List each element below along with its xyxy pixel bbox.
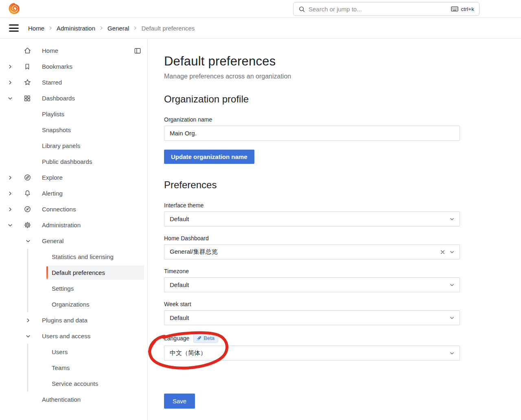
sidebar-item-general[interactable]: General [0, 233, 147, 249]
sidebar-item-bookmarks[interactable]: Bookmarks [0, 59, 147, 74]
rocket-icon [196, 336, 201, 341]
chevron-down-icon[interactable] [449, 350, 455, 356]
beta-badge: Beta [193, 334, 218, 343]
home-dashboard-select[interactable]: General/集群总览 [164, 244, 460, 259]
shortcut-label: ctrl+k [461, 6, 474, 12]
sidebar-item-label: Starred [42, 79, 62, 86]
sidebar-item-label: Connections [42, 206, 76, 213]
sidebar-item-default-preferences[interactable]: Default preferences [0, 265, 147, 281]
select-value: Default [170, 215, 189, 222]
sidebar-item-label: Home [42, 47, 58, 54]
sidebar-item-label: Organizations [52, 301, 90, 308]
menu-toggle-icon[interactable] [9, 24, 19, 32]
chevron-right-icon[interactable] [7, 175, 13, 181]
sidebar-item-label: Plugins and data [42, 317, 88, 324]
sidebar-item-label: Statistics and licensing [52, 253, 114, 260]
field-label-interface-theme: Interface theme [164, 202, 204, 209]
chevron-down-icon[interactable] [449, 282, 455, 288]
chevron-down-icon[interactable] [25, 238, 31, 244]
chevron-down-icon[interactable] [449, 315, 455, 321]
chevron-down-icon[interactable] [25, 333, 31, 339]
week-start-select[interactable]: Default [164, 310, 460, 325]
sidebar-item-users[interactable]: Users [0, 344, 147, 360]
select-value: 中文（简体） [170, 349, 206, 357]
home-icon [24, 47, 31, 54]
interface-theme-select[interactable]: Default [164, 211, 460, 226]
sidebar-item-alerting[interactable]: Alerting [0, 185, 147, 201]
sidebar-item-connections[interactable]: Connections [0, 201, 147, 217]
sidebar-item-label: Users and access [42, 333, 90, 339]
sidebar-item-label: Snapshots [42, 126, 71, 133]
search-icon [298, 6, 305, 13]
global-search[interactable]: ctrl+k [293, 2, 479, 16]
sidebar-item-organizations[interactable]: Organizations [0, 296, 147, 312]
breadcrumb-item-general[interactable]: General [107, 25, 129, 32]
org-name-input[interactable] [164, 126, 460, 141]
sidebar-item-label: Explore [42, 174, 63, 181]
chevron-right-icon[interactable] [7, 207, 13, 212]
chevron-right-icon[interactable] [7, 64, 13, 70]
select-value: Default [170, 281, 189, 288]
sidebar-item-plugins-and-data[interactable]: Plugins and data [0, 312, 147, 328]
sidebar-item-settings[interactable]: Settings [0, 281, 147, 296]
field-label-language: Language [164, 335, 189, 342]
sidebar-nav: HomeBookmarksStarredDashboardsPlaylistsS… [0, 39, 148, 420]
breadcrumb-item-administration[interactable]: Administration [57, 25, 95, 32]
timezone-select[interactable]: Default [164, 277, 460, 292]
chevron-down-icon[interactable] [7, 96, 13, 101]
sidebar-item-label: Settings [52, 285, 74, 292]
sidebar-item-statistics-and-licensing[interactable]: Statistics and licensing [0, 249, 147, 265]
sidebar-item-service-accounts[interactable]: Service accounts [0, 376, 147, 392]
sidebar-item-playlists[interactable]: Playlists [0, 106, 147, 122]
sidebar-item-label: Playlists [42, 111, 64, 118]
sidebar-item-label: Alerting [42, 190, 63, 197]
bell-icon [24, 189, 31, 197]
language-select[interactable]: 中文（简体） [164, 346, 460, 361]
plug-circle-icon [24, 205, 31, 213]
apps-grid-icon [24, 95, 31, 102]
select-value: General/集群总览 [170, 248, 218, 256]
dock-sidebar-icon[interactable] [134, 47, 141, 54]
gear-icon [24, 221, 31, 229]
field-group-week-start: Week startDefault [164, 301, 460, 325]
chevron-right-icon[interactable] [25, 318, 31, 323]
sidebar-item-label: Library panels [42, 142, 80, 149]
top-header: ctrl+k [0, 0, 521, 18]
breadcrumb-separator-icon [48, 26, 53, 30]
sidebar-item-home[interactable]: Home [0, 43, 147, 59]
update-org-name-button[interactable]: Update organization name [164, 150, 254, 164]
sidebar-item-authentication[interactable]: Authentication [0, 392, 147, 407]
grafana-logo-icon[interactable] [9, 3, 20, 14]
keyboard-icon [451, 6, 458, 12]
sidebar-item-administration[interactable]: Administration [0, 217, 147, 233]
sidebar-item-label: Users [52, 348, 68, 355]
main-content: Default preferences Manage preferences a… [148, 39, 521, 420]
breadcrumb-separator-icon [99, 26, 104, 30]
org-name-label: Organization name [164, 116, 460, 123]
sidebar-item-teams[interactable]: Teams [0, 360, 147, 376]
breadcrumb: HomeAdministrationGeneralDefault prefere… [28, 25, 195, 32]
sidebar-item-starred[interactable]: Starred [0, 74, 147, 90]
sidebar-item-library-panels[interactable]: Library panels [0, 138, 147, 154]
breadcrumb-item-home[interactable]: Home [28, 25, 44, 32]
sidebar-item-label: Service accounts [52, 380, 98, 387]
sidebar-item-label: Default preferences [52, 269, 105, 276]
chevron-right-icon[interactable] [7, 80, 13, 85]
clear-icon[interactable] [440, 249, 446, 255]
org-profile-heading: Organization profile [164, 94, 505, 105]
sidebar-item-label: General [42, 237, 63, 244]
sidebar-item-label: Authentication [42, 396, 81, 403]
page-subtitle: Manage preferences across an organizatio… [164, 73, 505, 80]
chevron-down-icon[interactable] [7, 222, 13, 228]
sidebar-item-snapshots[interactable]: Snapshots [0, 122, 147, 138]
sidebar-item-label: Dashboards [42, 95, 75, 102]
sidebar-item-explore[interactable]: Explore [0, 170, 147, 185]
search-input[interactable] [309, 6, 451, 13]
sidebar-item-public-dashboards[interactable]: Public dashboards [0, 154, 147, 170]
sidebar-item-dashboards[interactable]: Dashboards [0, 90, 147, 106]
chevron-right-icon[interactable] [7, 191, 13, 196]
chevron-down-icon[interactable] [449, 216, 455, 222]
sidebar-item-users-and-access[interactable]: Users and access [0, 328, 147, 344]
chevron-down-icon[interactable] [449, 249, 455, 255]
save-button[interactable]: Save [164, 394, 195, 409]
